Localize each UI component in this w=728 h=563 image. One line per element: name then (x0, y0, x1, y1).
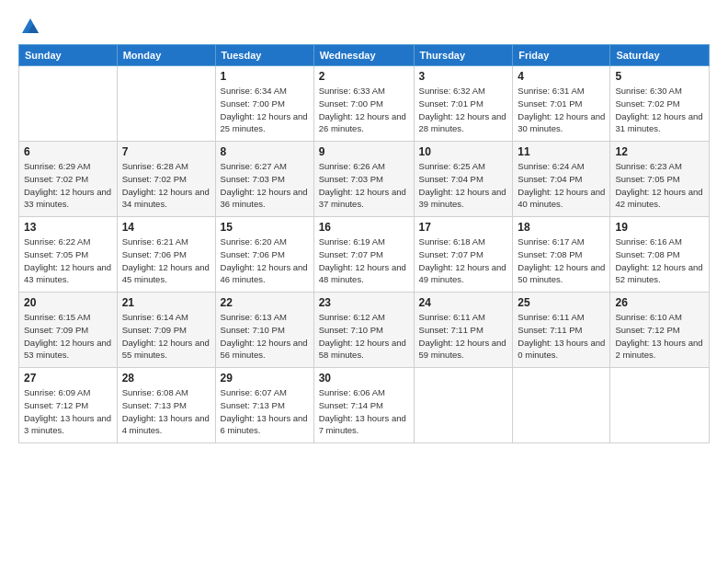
day-info: Sunrise: 6:11 AM Sunset: 7:11 PM Dayligh… (419, 311, 508, 362)
calendar-cell: 5Sunrise: 6:30 AM Sunset: 7:02 PM Daylig… (610, 66, 710, 142)
day-number: 19 (615, 221, 704, 234)
weekday-header-friday: Friday (513, 45, 610, 66)
week-row-2: 6Sunrise: 6:29 AM Sunset: 7:02 PM Daylig… (19, 142, 710, 217)
weekday-header-wednesday: Wednesday (313, 45, 414, 66)
day-info: Sunrise: 6:31 AM Sunset: 7:01 PM Dayligh… (518, 85, 605, 135)
calendar-cell: 6Sunrise: 6:29 AM Sunset: 7:02 PM Daylig… (19, 142, 118, 217)
day-info: Sunrise: 6:26 AM Sunset: 7:03 PM Dayligh… (319, 160, 409, 211)
day-info: Sunrise: 6:20 AM Sunset: 7:06 PM Dayligh… (221, 236, 309, 286)
calendar-cell: 21Sunrise: 6:14 AM Sunset: 7:09 PM Dayli… (117, 293, 215, 368)
day-number: 5 (615, 70, 704, 83)
calendar-cell: 11Sunrise: 6:24 AM Sunset: 7:04 PM Dayli… (513, 142, 610, 217)
weekday-header-monday: Monday (117, 45, 215, 66)
calendar-cell: 30Sunrise: 6:06 AM Sunset: 7:14 PM Dayli… (313, 368, 414, 443)
day-number: 18 (518, 221, 605, 234)
day-info: Sunrise: 6:16 AM Sunset: 7:08 PM Dayligh… (615, 236, 704, 286)
day-info: Sunrise: 6:08 AM Sunset: 7:13 PM Dayligh… (122, 386, 210, 437)
day-number: 1 (221, 70, 309, 83)
day-info: Sunrise: 6:32 AM Sunset: 7:01 PM Dayligh… (419, 85, 508, 135)
calendar-cell: 7Sunrise: 6:28 AM Sunset: 7:02 PM Daylig… (117, 142, 215, 217)
calendar-cell: 25Sunrise: 6:11 AM Sunset: 7:11 PM Dayli… (513, 293, 610, 368)
calendar-cell: 23Sunrise: 6:12 AM Sunset: 7:10 PM Dayli… (313, 293, 414, 368)
day-number: 20 (24, 296, 112, 309)
calendar-cell: 9Sunrise: 6:26 AM Sunset: 7:03 PM Daylig… (313, 142, 414, 217)
day-info: Sunrise: 6:11 AM Sunset: 7:11 PM Dayligh… (518, 311, 605, 362)
calendar-cell: 16Sunrise: 6:19 AM Sunset: 7:07 PM Dayli… (313, 217, 414, 293)
day-info: Sunrise: 6:09 AM Sunset: 7:12 PM Dayligh… (24, 386, 112, 437)
calendar-cell: 1Sunrise: 6:34 AM Sunset: 7:00 PM Daylig… (215, 66, 313, 142)
day-number: 4 (518, 70, 605, 83)
calendar-cell (610, 368, 710, 443)
calendar-table: SundayMondayTuesdayWednesdayThursdayFrid… (18, 44, 710, 443)
day-info: Sunrise: 6:12 AM Sunset: 7:10 PM Dayligh… (319, 311, 409, 362)
day-info: Sunrise: 6:34 AM Sunset: 7:00 PM Dayligh… (221, 85, 309, 135)
day-number: 17 (419, 221, 508, 234)
logo (18, 17, 40, 37)
day-info: Sunrise: 6:17 AM Sunset: 7:08 PM Dayligh… (518, 236, 605, 286)
calendar-cell: 24Sunrise: 6:11 AM Sunset: 7:11 PM Dayli… (414, 293, 513, 368)
week-row-4: 20Sunrise: 6:15 AM Sunset: 7:09 PM Dayli… (19, 293, 710, 368)
weekday-header-row: SundayMondayTuesdayWednesdayThursdayFrid… (19, 45, 710, 66)
day-number: 9 (319, 145, 409, 158)
day-number: 27 (24, 372, 112, 385)
day-number: 7 (122, 145, 210, 158)
calendar-cell: 29Sunrise: 6:07 AM Sunset: 7:13 PM Dayli… (215, 368, 313, 443)
day-info: Sunrise: 6:33 AM Sunset: 7:00 PM Dayligh… (319, 85, 409, 135)
day-info: Sunrise: 6:13 AM Sunset: 7:10 PM Dayligh… (221, 311, 309, 362)
logo-icon (20, 17, 40, 37)
calendar-page: SundayMondayTuesdayWednesdayThursdayFrid… (0, 0, 728, 563)
day-number: 6 (24, 145, 112, 158)
weekday-header-sunday: Sunday (19, 45, 118, 66)
calendar-cell: 17Sunrise: 6:18 AM Sunset: 7:07 PM Dayli… (414, 217, 513, 293)
day-info: Sunrise: 6:07 AM Sunset: 7:13 PM Dayligh… (221, 386, 309, 437)
day-number: 2 (319, 70, 409, 83)
calendar-cell: 12Sunrise: 6:23 AM Sunset: 7:05 PM Dayli… (610, 142, 710, 217)
calendar-cell: 19Sunrise: 6:16 AM Sunset: 7:08 PM Dayli… (610, 217, 710, 293)
day-number: 15 (221, 221, 309, 234)
day-number: 8 (221, 145, 309, 158)
calendar-cell: 8Sunrise: 6:27 AM Sunset: 7:03 PM Daylig… (215, 142, 313, 217)
calendar-cell: 3Sunrise: 6:32 AM Sunset: 7:01 PM Daylig… (414, 66, 513, 142)
day-number: 11 (518, 145, 605, 158)
day-number: 30 (319, 372, 409, 385)
calendar-cell (513, 368, 610, 443)
calendar-cell: 10Sunrise: 6:25 AM Sunset: 7:04 PM Dayli… (414, 142, 513, 217)
day-info: Sunrise: 6:21 AM Sunset: 7:06 PM Dayligh… (122, 236, 210, 286)
calendar-cell: 28Sunrise: 6:08 AM Sunset: 7:13 PM Dayli… (117, 368, 215, 443)
calendar-cell (117, 66, 215, 142)
day-info: Sunrise: 6:25 AM Sunset: 7:04 PM Dayligh… (419, 160, 508, 211)
day-info: Sunrise: 6:29 AM Sunset: 7:02 PM Dayligh… (24, 160, 112, 211)
day-number: 16 (319, 221, 409, 234)
day-number: 10 (419, 145, 508, 158)
day-number: 12 (615, 145, 704, 158)
header (18, 17, 710, 37)
calendar-cell: 15Sunrise: 6:20 AM Sunset: 7:06 PM Dayli… (215, 217, 313, 293)
day-info: Sunrise: 6:24 AM Sunset: 7:04 PM Dayligh… (518, 160, 605, 211)
calendar-cell: 27Sunrise: 6:09 AM Sunset: 7:12 PM Dayli… (19, 368, 118, 443)
day-number: 14 (122, 221, 210, 234)
day-number: 25 (518, 296, 605, 309)
day-number: 3 (419, 70, 508, 83)
calendar-cell: 18Sunrise: 6:17 AM Sunset: 7:08 PM Dayli… (513, 217, 610, 293)
day-info: Sunrise: 6:28 AM Sunset: 7:02 PM Dayligh… (122, 160, 210, 211)
day-number: 22 (221, 296, 309, 309)
calendar-cell: 14Sunrise: 6:21 AM Sunset: 7:06 PM Dayli… (117, 217, 215, 293)
week-row-3: 13Sunrise: 6:22 AM Sunset: 7:05 PM Dayli… (19, 217, 710, 293)
calendar-cell: 20Sunrise: 6:15 AM Sunset: 7:09 PM Dayli… (19, 293, 118, 368)
calendar-cell: 2Sunrise: 6:33 AM Sunset: 7:00 PM Daylig… (313, 66, 414, 142)
day-number: 28 (122, 372, 210, 385)
day-number: 24 (419, 296, 508, 309)
calendar-cell: 22Sunrise: 6:13 AM Sunset: 7:10 PM Dayli… (215, 293, 313, 368)
weekday-header-saturday: Saturday (610, 45, 710, 66)
day-number: 29 (221, 372, 309, 385)
day-info: Sunrise: 6:30 AM Sunset: 7:02 PM Dayligh… (615, 85, 704, 135)
day-info: Sunrise: 6:15 AM Sunset: 7:09 PM Dayligh… (24, 311, 112, 362)
day-info: Sunrise: 6:06 AM Sunset: 7:14 PM Dayligh… (319, 386, 409, 437)
calendar-cell: 4Sunrise: 6:31 AM Sunset: 7:01 PM Daylig… (513, 66, 610, 142)
week-row-1: 1Sunrise: 6:34 AM Sunset: 7:00 PM Daylig… (19, 66, 710, 142)
day-info: Sunrise: 6:10 AM Sunset: 7:12 PM Dayligh… (615, 311, 704, 362)
calendar-cell (414, 368, 513, 443)
day-number: 13 (24, 221, 112, 234)
day-info: Sunrise: 6:23 AM Sunset: 7:05 PM Dayligh… (615, 160, 704, 211)
day-info: Sunrise: 6:27 AM Sunset: 7:03 PM Dayligh… (221, 160, 309, 211)
